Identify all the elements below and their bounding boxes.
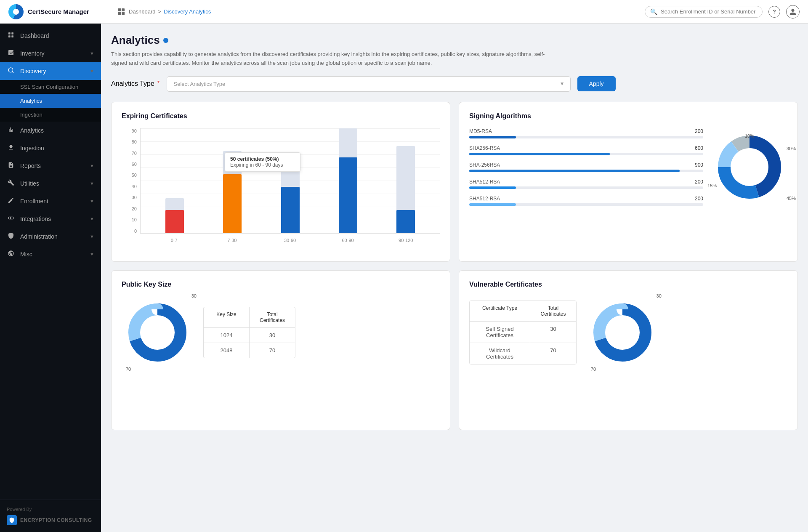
company-icon bbox=[7, 515, 17, 525]
svg-line-5 bbox=[12, 72, 13, 73]
search-box[interactable]: 🔍 bbox=[645, 6, 763, 18]
sidebar-item-reports[interactable]: Reports ▼ bbox=[0, 157, 101, 175]
company-name: ENCRYPTION CONSULTING bbox=[20, 517, 92, 523]
page-title: Analytics bbox=[111, 34, 798, 47]
chevron-down-icon: ▼ bbox=[90, 163, 94, 168]
chevron-down-icon: ▼ bbox=[90, 234, 94, 239]
chevron-down-icon: ▼ bbox=[90, 51, 94, 56]
sidebar-item-misc[interactable]: Misc ▼ bbox=[0, 245, 101, 263]
sidebar-item-dashboard[interactable]: Dashboard bbox=[0, 27, 101, 45]
sidebar-item-enrollment[interactable]: Enrollment ▼ bbox=[0, 192, 101, 210]
sidebar-item-label: Ingestion bbox=[20, 145, 44, 152]
dashboard-icon bbox=[7, 32, 15, 40]
signing-row: SHA512-RSA 200 bbox=[469, 179, 703, 189]
sidebar-item-administration[interactable]: Administration ▼ bbox=[0, 228, 101, 245]
sidebar: Dashboard Inventory ▼ Discovery ▼ SSL Sc… bbox=[0, 24, 101, 532]
required-marker: * bbox=[157, 80, 159, 87]
subnav-ssl-scan[interactable]: SSL Scan Configuration bbox=[0, 80, 101, 94]
expiring-chart-title: Expiring Certificates bbox=[122, 112, 440, 120]
analytics-type-label: Analytics Type * bbox=[111, 80, 160, 88]
analytics-type-select-wrapper: Select Analytics Type ▼ bbox=[167, 76, 571, 92]
breadcrumb-area: Dashboard > Discovery Analytics bbox=[109, 8, 645, 15]
vulnerable-certificates-card: Vulnerable Certificates Certificate Type… bbox=[459, 270, 798, 430]
expiring-certificates-card: Expiring Certificates 0 10 20 30 40 50 6… bbox=[111, 102, 450, 262]
sidebar-item-label: Dashboard bbox=[20, 32, 49, 39]
signing-row: SHA256-RSA 600 bbox=[469, 145, 703, 155]
signing-row: MD5-RSA 200 bbox=[469, 128, 703, 138]
signing-chart-title: Signing Algorithms bbox=[469, 112, 787, 120]
pubkey-donut: 30 70 bbox=[122, 297, 193, 368]
analytics-type-select[interactable]: Select Analytics Type bbox=[167, 76, 571, 92]
vulnerable-table: Certificate Type Total Certificates Self… bbox=[469, 301, 577, 364]
signing-donut-chart: 10% 30% 15% 45% bbox=[712, 129, 787, 205]
svg-rect-1 bbox=[11, 32, 13, 35]
pubkey-table: Key Size Total Certificates 1024 30 2048… bbox=[203, 307, 295, 358]
chevron-down-icon: ▼ bbox=[90, 181, 94, 186]
svg-rect-3 bbox=[11, 35, 13, 37]
inventory-icon bbox=[7, 49, 15, 58]
sidebar-item-label: Misc bbox=[20, 251, 32, 258]
svg-point-4 bbox=[8, 68, 13, 72]
logo-icon bbox=[8, 4, 24, 19]
svg-rect-0 bbox=[8, 32, 11, 35]
subnav-ingestion[interactable]: Ingestion bbox=[0, 108, 101, 122]
svg-rect-2 bbox=[8, 35, 11, 37]
page-header: Analytics This section provides capabili… bbox=[111, 34, 798, 68]
search-input[interactable] bbox=[661, 8, 757, 15]
vulnerable-donut: 30 70 bbox=[587, 297, 658, 368]
help-button[interactable]: ? bbox=[768, 6, 780, 18]
donut-svg bbox=[712, 129, 787, 205]
info-indicator bbox=[163, 38, 168, 43]
sidebar-item-integrations[interactable]: Integrations ▼ bbox=[0, 210, 101, 228]
sidebar-item-analytics[interactable]: Analytics bbox=[0, 122, 101, 139]
sidebar-item-label: Analytics bbox=[20, 127, 44, 134]
sidebar-item-label: Reports bbox=[20, 162, 41, 169]
signing-row: SHA512-RSA 200 bbox=[469, 196, 703, 206]
sidebar-item-discovery[interactable]: Discovery ▼ bbox=[0, 62, 101, 80]
sidebar-item-label: Enrollment bbox=[20, 198, 48, 205]
tooltip-label: Expiring in 60 - 90 days bbox=[230, 162, 295, 168]
discovery-subnav: SSL Scan Configuration Analytics Ingesti… bbox=[0, 80, 101, 122]
sidebar-item-utilities[interactable]: Utilities ▼ bbox=[0, 175, 101, 192]
pubkey-content: 30 70 Key Size Total Certificates 1024 3… bbox=[122, 297, 440, 368]
public-key-size-card: Public Key Size 30 70 bbox=[111, 270, 450, 430]
sidebar-item-inventory[interactable]: Inventory ▼ bbox=[0, 45, 101, 62]
sidebar-nav: Dashboard Inventory ▼ Discovery ▼ SSL Sc… bbox=[0, 24, 101, 500]
subnav-analytics[interactable]: Analytics bbox=[0, 94, 101, 108]
avatar-button[interactable] bbox=[786, 5, 800, 19]
sidebar-item-label: Inventory bbox=[20, 50, 45, 57]
app-body: Dashboard Inventory ▼ Discovery ▼ SSL Sc… bbox=[0, 24, 808, 532]
sidebar-item-label: Integrations bbox=[20, 215, 51, 222]
apply-button[interactable]: Apply bbox=[577, 76, 616, 91]
search-icon: 🔍 bbox=[650, 8, 657, 15]
tooltip-value: 50 certificates (50%) bbox=[230, 156, 295, 162]
app-name: CertSecure Manager bbox=[28, 8, 89, 15]
signing-algorithms-list: MD5-RSA 200 SHA256-RSA 600 bbox=[469, 128, 703, 206]
chevron-down-icon: ▼ bbox=[90, 69, 94, 74]
breadcrumb: Dashboard > Discovery Analytics bbox=[118, 8, 211, 15]
powered-by-label: Powered By bbox=[7, 507, 94, 512]
sidebar-item-ingestion[interactable]: Ingestion bbox=[0, 139, 101, 157]
topbar: CertSecure Manager Dashboard > Discovery… bbox=[0, 0, 808, 24]
grid-icon bbox=[118, 8, 125, 15]
company-logo: ENCRYPTION CONSULTING bbox=[7, 515, 94, 525]
integrations-icon bbox=[7, 215, 15, 223]
topbar-right: 🔍 ? bbox=[645, 5, 800, 19]
pubkey-chart-title: Public Key Size bbox=[122, 281, 440, 288]
breadcrumb-current: Discovery Analytics bbox=[164, 8, 211, 15]
sidebar-item-label: Utilities bbox=[20, 180, 39, 187]
misc-icon bbox=[7, 250, 15, 258]
main-content: Analytics This section provides capabili… bbox=[101, 24, 808, 532]
sidebar-item-label: Discovery bbox=[20, 68, 46, 74]
analytics-icon bbox=[7, 126, 15, 135]
charts-grid: Expiring Certificates 0 10 20 30 40 50 6… bbox=[111, 102, 798, 430]
sidebar-item-label: Administration bbox=[20, 233, 58, 240]
signing-row: SHA-256RSA 900 bbox=[469, 162, 703, 172]
discovery-icon bbox=[7, 67, 15, 75]
breadcrumb-home[interactable]: Dashboard bbox=[129, 8, 156, 15]
vulnerable-content: Certificate Type Total Certificates Self… bbox=[469, 297, 787, 368]
vulnerable-chart-title: Vulnerable Certificates bbox=[469, 281, 787, 288]
utilities-icon bbox=[7, 179, 15, 188]
analytics-type-row: Analytics Type * Select Analytics Type ▼… bbox=[111, 76, 798, 92]
chevron-down-icon: ▼ bbox=[90, 252, 94, 257]
